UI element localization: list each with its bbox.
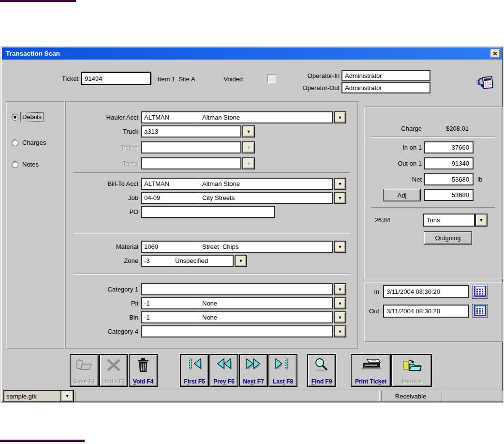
item-site-label: Item 1 Site A [158,76,195,83]
net-unit-label: lb [477,176,482,183]
chevron-down-icon: ▼ [239,259,243,263]
bill-to-acct-input[interactable]: ALTMANAltman Stone [141,178,333,190]
job-label: Job [70,194,138,201]
nav-radio-label: Details [21,113,43,121]
zone-input[interactable]: -3Unspecified [141,255,234,267]
zone-dropdown[interactable]: ▼ [235,255,247,267]
chevron-down-icon: ▼ [338,245,342,249]
toolbar-button-label: Save F1 [71,378,98,385]
category1-input[interactable] [141,283,333,295]
toolbar-find-f9-button[interactable]: Find F9 [307,354,336,387]
toolbar-button-label: Print Ticket [352,378,390,385]
toolbar-button-label: Next F7 [240,378,267,385]
adjust-button[interactable]: Adj [383,189,421,201]
radio-icon[interactable] [12,139,18,146]
adjusted-weight-input[interactable]: 53680 [424,189,474,201]
close-button[interactable]: ✕ [490,49,500,58]
time-out-calendar-button[interactable] [472,304,488,318]
bin-dropdown[interactable]: ▼ [334,311,346,323]
time-in-label: In [359,288,379,295]
radio-icon[interactable] [12,161,18,168]
toolbar-button-label: Undo F2 [100,378,127,385]
operator-out-input[interactable]: Administrator [341,82,430,93]
weights-separator [371,207,495,208]
toolbar-prev-f6-button[interactable]: Prev F6 [209,354,238,387]
chevron-down-icon: ▼ [247,161,251,166]
material-input[interactable]: 1060Street Chips [141,241,333,253]
net-weight-input[interactable]: 53680 [424,173,474,185]
toolbar-button-label: Prev F6 [210,378,237,385]
hauler-acct-label: Hauler Acct [70,114,138,121]
truck-input[interactable]: a313 [141,125,241,138]
unit-dropdown[interactable]: ▼ [475,214,488,227]
toolbar-button-label: Find F9 [308,378,335,385]
job-input[interactable]: 04-09City Streets [141,192,333,204]
chevron-down-icon: ▼ [338,315,342,320]
zone-label: Zone [70,257,138,264]
in-weight-input[interactable]: 37660 [424,141,474,153]
pit-input[interactable]: -1None [141,297,333,309]
tare3-input [141,157,241,169]
nav-radio-notes[interactable]: Notes [12,160,40,168]
form-separator [74,274,350,275]
print-icon [352,358,390,372]
window-title: Transaction Scan [2,50,60,57]
material-label: Material [70,243,138,250]
toolbar-void-f4-button[interactable]: Void F4 [129,354,158,387]
statusbar-panel-right [442,391,503,401]
time-in-calendar-button[interactable] [472,285,488,299]
pit-dropdown[interactable]: ▼ [334,297,346,309]
file-selector[interactable]: sample.gtk ▼ [3,390,74,402]
category1-label: Category 1 [70,286,138,293]
toolbar-invoice-button: Invoice [391,354,432,387]
file-selector-dropdown[interactable]: ▼ [61,391,73,401]
job-dropdown[interactable]: ▼ [334,192,346,204]
category4-input[interactable] [141,325,333,337]
next-icon [240,358,267,371]
prev-icon [210,358,237,371]
material-dropdown[interactable]: ▼ [334,241,346,253]
unit-input[interactable]: Tons [423,214,475,227]
time-out-input[interactable]: 3/11/2004 08:30:20 [383,305,469,318]
in-weight-label: In on 1 [359,144,422,151]
charge-value: $208.01 [446,125,469,132]
radio-icon[interactable] [12,114,18,121]
category4-dropdown[interactable]: ▼ [334,325,346,337]
save-icon [71,358,98,373]
chevron-down-icon: ▼ [247,129,251,134]
po-input[interactable] [141,206,275,218]
hauler-acct-input[interactable]: ALTMANAltman Stone [141,111,333,123]
truck-dropdown[interactable]: ▼ [242,125,255,138]
out-weight-input[interactable]: 91340 [424,157,474,169]
chevron-down-icon: ▼ [338,115,342,120]
nav-radio-details[interactable]: Details [12,113,43,121]
ticket-input[interactable]: 91494 [81,72,151,85]
calendar-icon [474,286,486,298]
nav-radio-charges[interactable]: Charges [12,138,47,147]
nav-radio-label: Charges [21,138,47,147]
category1-dropdown[interactable]: ▼ [334,283,346,295]
pit-label: Pit [70,300,138,307]
chevron-down-icon: ▼ [338,301,342,306]
operator-in-input[interactable]: Administrator [341,70,430,81]
screen: Transaction Scan ✕ Ticket 91494 Item 1 S… [0,0,504,444]
transaction-scan-window: Transaction Scan ✕ Ticket 91494 Item 1 S… [1,46,503,402]
bill-to-acct-dropdown[interactable]: ▼ [334,178,346,190]
toolbar-print-ticket-button[interactable]: Print Ticket [351,354,391,387]
chevron-down-icon: ▼ [338,182,342,186]
outgoing-button[interactable]: Outgoing [424,231,472,245]
time-in-input[interactable]: 3/11/2004 08:30:20 [383,285,469,298]
titlebar[interactable]: Transaction Scan [2,47,502,60]
tare3-dropdown: ▼ [242,157,255,169]
out-weight-label: Out on 1 [359,160,422,167]
trailer-label: Trailer [70,144,138,151]
bin-input[interactable]: -1None [141,311,333,323]
ticket-label: Ticket [31,75,78,82]
quick-calc-icon[interactable]: Q [476,74,494,92]
toolbar-first-f5-button[interactable]: First F5 [180,354,209,387]
trailer-dropdown: ▼ [242,141,255,153]
hauler-acct-dropdown[interactable]: ▼ [334,111,346,123]
toolbar-last-f8-button[interactable]: Last F8 [268,354,297,387]
file-selector-value: sample.gtk [4,391,61,401]
toolbar-next-f7-button[interactable]: Next F7 [239,354,268,387]
